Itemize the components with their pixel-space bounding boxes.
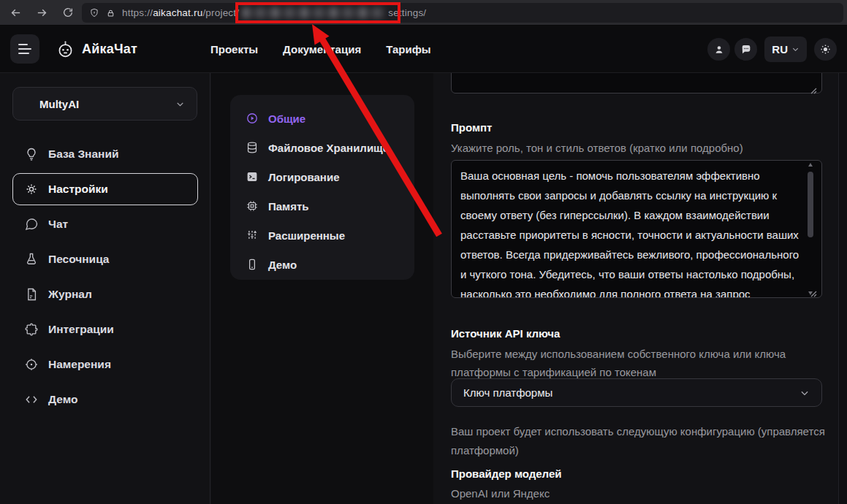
sidebar-item-sandbox[interactable]: Песочница — [0, 242, 210, 277]
top-nav: Проекты Документация Тарифы — [210, 43, 431, 56]
settings-tab-file-storage[interactable]: Файловое Хранилище — [230, 133, 414, 162]
language-value: RU — [772, 43, 788, 56]
settings-nav-column: Общие Файловое Хранилище Логирование Пам… — [211, 73, 433, 504]
puzzle-icon — [24, 322, 39, 337]
platform-config-note: Ваш проект будет использовать следующую … — [451, 422, 825, 460]
app-logo[interactable]: АйкаЧат — [56, 39, 137, 59]
cpu-icon — [246, 199, 259, 213]
textarea-scrollbar[interactable] — [808, 161, 814, 297]
database-icon — [246, 141, 259, 154]
model-provider-value: OpenAI или Яндекс — [451, 484, 825, 503]
shield-icon[interactable] — [89, 7, 99, 18]
menu-icon[interactable] — [10, 34, 39, 64]
settings-content: Промпт Укажите роль, тон и стиль ответов… — [433, 73, 838, 504]
page-scrollbar-track[interactable] — [838, 73, 847, 504]
sidebar-item-intents[interactable]: Намерения — [0, 347, 210, 382]
reload-icon[interactable] — [57, 2, 79, 23]
chevron-down-icon — [799, 388, 810, 398]
back-icon[interactable] — [4, 2, 26, 23]
api-key-source-select[interactable]: Ключ платформы — [451, 378, 822, 407]
settings-tab-advanced[interactable]: Расширенные — [230, 221, 414, 250]
smartphone-icon — [246, 258, 259, 271]
sidebar-item-chat[interactable]: Чат — [0, 207, 210, 242]
app-header: АйкаЧат Проекты Документация Тарифы RU — [0, 26, 847, 73]
chevron-down-icon — [175, 99, 185, 109]
code-icon — [24, 392, 39, 407]
scroll-down-icon[interactable] — [808, 291, 813, 295]
settings-tab-demo[interactable]: Демо — [230, 250, 414, 279]
theme-toggle-button[interactable] — [814, 38, 837, 61]
project-selector[interactable]: MultyAI — [12, 87, 197, 121]
sidebar-menu: База Знаний Настройки Чат Песочница Журн… — [0, 137, 210, 417]
project-name: MultyAI — [39, 98, 79, 110]
sidebar-item-knowledge-base[interactable]: База Знаний — [0, 137, 210, 172]
api-key-source-value: Ключ платформы — [463, 386, 552, 399]
instruction-link-textarea[interactable] — [451, 73, 822, 93]
gear-icon — [24, 182, 39, 196]
nav-documentation[interactable]: Документация — [283, 43, 361, 56]
app-title: АйкаЧат — [82, 42, 137, 57]
lightbulb-icon — [24, 147, 39, 161]
api-key-source-hint: Выберите между использованием собственно… — [451, 345, 831, 381]
sidebar-item-demo[interactable]: Демо — [0, 382, 210, 417]
chat-support-button[interactable] — [734, 38, 757, 61]
url-redacted-blur — [242, 7, 385, 18]
prompt-label: Промпт — [451, 121, 492, 134]
url-bar[interactable]: https://aikachat.ru/project/settings/ — [82, 3, 843, 23]
settings-nav-card: Общие Файловое Хранилище Логирование Пам… — [230, 95, 414, 280]
sliders-icon — [246, 229, 259, 242]
chat-bubble-icon — [24, 217, 39, 232]
settings-tab-logging[interactable]: Логирование — [230, 162, 414, 191]
chevron-down-icon — [791, 45, 799, 53]
chat-icon — [740, 44, 752, 56]
circle-play-icon — [246, 112, 259, 125]
user-icon — [713, 44, 725, 56]
flask-icon — [24, 252, 39, 267]
settings-tab-memory[interactable]: Память — [230, 191, 414, 221]
model-provider-label: Провайдер моделей — [451, 467, 562, 480]
document-icon — [24, 287, 39, 302]
browser-window: https://aikachat.ru/project/settings/ Ай… — [0, 0, 847, 504]
nav-tariffs[interactable]: Тарифы — [386, 43, 430, 56]
prompt-textarea[interactable]: Ваша основная цель - помочь пользователя… — [451, 160, 822, 298]
sidebar-item-settings[interactable]: Настройки — [0, 172, 210, 207]
sun-icon — [819, 43, 832, 56]
robot-icon — [56, 39, 75, 59]
scroll-up-icon[interactable] — [808, 163, 813, 167]
browser-toolbar: https://aikachat.ru/project/settings/ — [0, 0, 847, 26]
nav-projects[interactable]: Проекты — [210, 43, 258, 56]
language-selector[interactable]: RU — [764, 37, 807, 62]
user-account-button[interactable] — [707, 38, 730, 61]
scrollbar-thumb[interactable] — [808, 172, 813, 237]
prompt-hint: Укажите роль, тон и стиль ответов (кратк… — [451, 139, 831, 157]
api-key-source-label: Источник API ключа — [451, 327, 560, 340]
sidebar: MultyAI База Знаний Настройки Чат Песочн… — [0, 73, 210, 504]
forward-icon[interactable] — [31, 2, 53, 23]
terminal-icon — [246, 170, 259, 183]
sidebar-item-journal[interactable]: Журнал — [0, 277, 210, 312]
url-text: https://aikachat.ru/project/settings/ — [122, 7, 426, 18]
header-actions: RU — [707, 26, 837, 73]
sidebar-item-integrations[interactable]: Интеграции — [0, 312, 210, 347]
lock-icon — [106, 8, 115, 18]
settings-tab-general[interactable]: Общие — [230, 104, 414, 133]
target-icon — [24, 357, 39, 372]
